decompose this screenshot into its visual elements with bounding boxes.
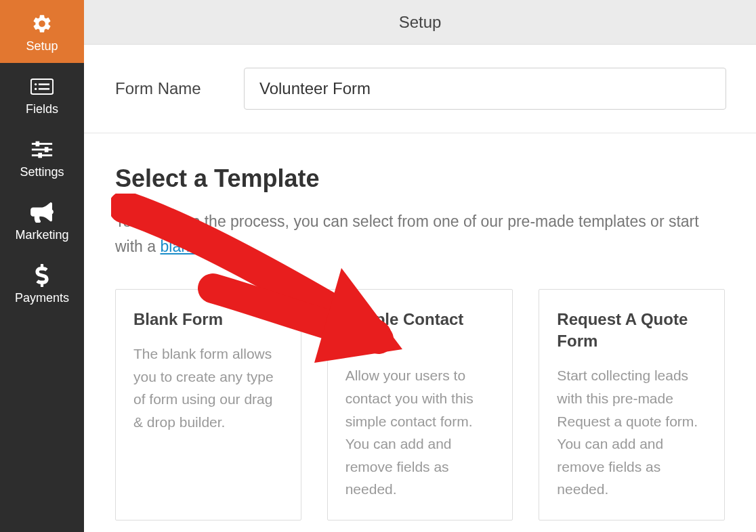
sidebar-item-marketing[interactable]: Marketing: [0, 189, 84, 252]
main-panel: Setup Form Name Select a Template To spe…: [84, 0, 756, 532]
template-card-title: Simple Contact Form: [345, 309, 495, 353]
template-section: Select a Template To speed up the proces…: [84, 133, 756, 520]
template-grid: Blank Form The blank form allows you to …: [115, 289, 725, 520]
template-card-title: Request A Quote Form: [557, 309, 707, 353]
bullhorn-icon: [30, 201, 54, 224]
template-heading: Select a Template: [115, 164, 725, 193]
sidebar-item-label: Marketing: [15, 228, 68, 242]
svg-rect-8: [45, 147, 49, 152]
app-root: Setup Fields: [0, 0, 756, 532]
template-card-desc: The blank form allows you to create any …: [133, 342, 283, 433]
sidebar: Setup Fields: [0, 0, 84, 532]
svg-point-1: [35, 83, 37, 85]
blank-form-link[interactable]: blank form.: [160, 238, 237, 255]
template-card-request-quote[interactable]: Request A Quote Form Start collecting le…: [539, 289, 725, 520]
sidebar-item-label: Payments: [15, 291, 69, 305]
svg-point-3: [35, 88, 37, 90]
sidebar-item-label: Fields: [26, 102, 58, 116]
sliders-icon: [30, 138, 54, 161]
page-title: Setup: [399, 13, 442, 32]
template-intro: To speed up the process, you can select …: [115, 209, 725, 259]
form-name-label: Form Name: [115, 79, 217, 98]
list-icon: [30, 75, 54, 98]
svg-rect-10: [38, 153, 42, 158]
svg-rect-2: [39, 83, 49, 85]
svg-rect-6: [36, 141, 40, 147]
svg-rect-4: [39, 88, 49, 90]
sidebar-item-label: Settings: [20, 165, 64, 179]
form-name-input[interactable]: [244, 68, 726, 110]
sidebar-item-settings[interactable]: Settings: [0, 126, 84, 189]
sidebar-item-fields[interactable]: Fields: [0, 63, 84, 126]
sidebar-item-label: Setup: [26, 39, 58, 53]
form-name-row: Form Name: [84, 45, 756, 133]
gear-icon: [30, 12, 54, 35]
sidebar-item-setup[interactable]: Setup: [0, 0, 84, 63]
template-card-simple-contact[interactable]: Simple Contact Form Allow your users to …: [327, 289, 513, 520]
svg-rect-0: [31, 79, 53, 94]
template-card-blank[interactable]: Blank Form The blank form allows you to …: [115, 289, 301, 520]
dollar-icon: [30, 264, 54, 287]
topbar: Setup: [84, 0, 756, 45]
template-card-desc: Allow your users to contact you with thi…: [345, 364, 495, 501]
template-card-desc: Start collecting leads with this pre-mad…: [557, 364, 707, 501]
template-card-title: Blank Form: [133, 309, 283, 330]
sidebar-item-payments[interactable]: Payments: [0, 252, 84, 315]
content-area: Form Name Select a Template To speed up …: [84, 45, 756, 532]
